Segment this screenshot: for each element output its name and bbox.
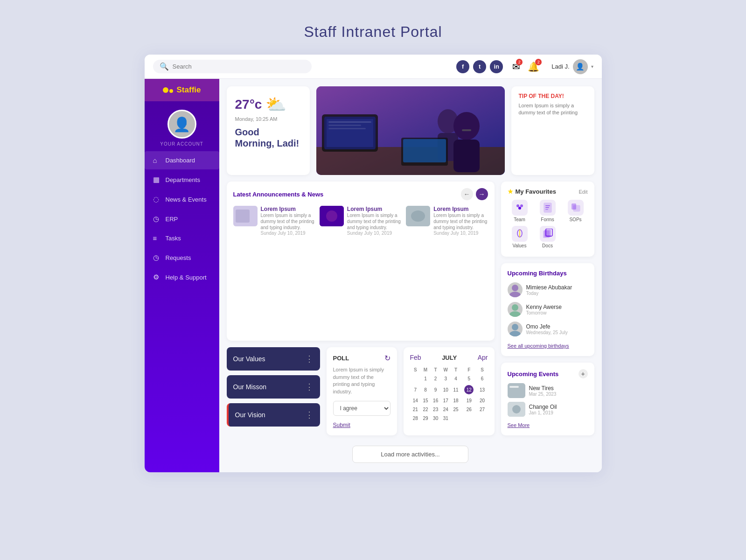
calendar-day[interactable]: 22: [421, 406, 430, 413]
news-title: Lorem Ipsum: [433, 206, 488, 212]
calendar-day[interactable]: 8: [421, 384, 430, 396]
calendar-day[interactable]: 31: [441, 414, 450, 422]
fav-header: ★ My Favourites Edit: [508, 188, 588, 195]
fav-item-values[interactable]: Values: [508, 226, 532, 248]
prev-month[interactable]: Feb: [410, 354, 421, 361]
calendar-day[interactable]: 12: [461, 384, 477, 396]
our-values-item[interactable]: Our Values ⋮: [227, 347, 320, 371]
calendar-day[interactable]: 30: [431, 414, 440, 422]
calendar-day[interactable]: 20: [478, 397, 487, 405]
team-icon: [512, 200, 528, 216]
sidebar-item-news-events[interactable]: ◌ News & Events: [145, 190, 219, 209]
svg-point-18: [326, 210, 337, 222]
sidebar-item-tasks[interactable]: ≡ Tasks: [145, 229, 219, 247]
sidebar-logo: Staffie: [145, 79, 219, 101]
see-all-birthdays[interactable]: See all upcoming birthdays: [508, 343, 569, 349]
poll-submit-button[interactable]: Submit: [333, 422, 350, 428]
next-month[interactable]: Apr: [478, 354, 488, 361]
svg-rect-12: [462, 129, 471, 131]
fav-item-sops[interactable]: SOPs: [564, 200, 588, 222]
calendar-day[interactable]: 7: [411, 384, 420, 396]
next-arrow[interactable]: →: [476, 188, 488, 200]
our-mission-item[interactable]: Our Misson ⋮: [227, 375, 320, 399]
vision-label: Our Vision: [235, 411, 265, 419]
bell-badge: 2: [535, 59, 542, 65]
see-more-events[interactable]: See More: [508, 422, 530, 428]
sidebar-item-help-support[interactable]: ⚙ Help & Support: [145, 268, 219, 287]
fav-item-docs[interactable]: Docs: [536, 226, 560, 248]
fav-item-forms[interactable]: Forms: [536, 200, 560, 222]
search-bar[interactable]: 🔍: [153, 60, 312, 73]
refresh-icon[interactable]: ↻: [384, 354, 390, 363]
calendar-day[interactable]: 9: [431, 384, 440, 396]
calendar-day[interactable]: 24: [441, 406, 450, 413]
news-content: Lorem Ipsum Lorem Ipsum is simply a dumm…: [261, 206, 315, 236]
birthday-item: Omo Jefe Wednesday, 25 July: [508, 322, 588, 336]
calendar-day[interactable]: 28: [411, 414, 420, 422]
facebook-icon[interactable]: f: [456, 60, 469, 73]
mail-action[interactable]: ✉ 2: [512, 61, 520, 72]
calendar-day[interactable]: 6: [478, 375, 487, 383]
calendar-header: Feb JULY Apr: [410, 354, 488, 361]
calendar-day[interactable]: 5: [461, 375, 477, 383]
docs-icon: [540, 226, 556, 242]
calendar-day[interactable]: 19: [461, 397, 477, 405]
news-thumb: [320, 206, 344, 226]
calendar-day[interactable]: 15: [421, 397, 430, 405]
calendar-day[interactable]: 13: [478, 384, 487, 396]
svg-rect-16: [236, 210, 250, 223]
prev-arrow[interactable]: ←: [461, 188, 473, 200]
poll-select[interactable]: I agree: [333, 401, 390, 416]
sidebar-item-erp[interactable]: ◷ ERP: [145, 210, 219, 228]
calendar-day[interactable]: 1: [421, 375, 430, 383]
calendar-day[interactable]: 25: [451, 406, 460, 413]
calendar-day[interactable]: 4: [451, 375, 460, 383]
bell-action[interactable]: 🔔 2: [528, 61, 539, 72]
calendar-day[interactable]: 27: [478, 406, 487, 413]
calendar-day[interactable]: 29: [421, 414, 430, 422]
weather-day: Monday, 10:25 AM: [235, 116, 301, 122]
calendar-day[interactable]: 14: [411, 397, 420, 405]
calendar-day[interactable]: 21: [411, 406, 420, 413]
fav-edit-button[interactable]: Edit: [579, 189, 588, 195]
search-icon: 🔍: [160, 62, 169, 71]
fav-item-label: Values: [513, 243, 527, 248]
calendar-day[interactable]: 11: [451, 384, 460, 396]
birthday-info: Omo Jefe Wednesday, 25 July: [526, 323, 568, 335]
calendar-day[interactable]: 18: [451, 397, 460, 405]
calendar-day[interactable]: 17: [441, 397, 450, 405]
sidebar-item-dashboard[interactable]: ⌂ Dashboard: [145, 151, 219, 169]
erp-icon: ◷: [153, 215, 161, 223]
event-name: New Tires: [529, 385, 557, 392]
calendar-day[interactable]: 10: [441, 384, 450, 396]
calendar-day[interactable]: 23: [431, 406, 440, 413]
calendar-day[interactable]: 16: [431, 397, 440, 405]
event-date: Mar 25, 2023: [529, 392, 557, 397]
calendar-day: [461, 414, 477, 422]
calendar-day[interactable]: 3: [441, 375, 450, 383]
dots-icon: ⋮: [305, 354, 314, 364]
topbar-icons: f t in ✉ 2 🔔 2 Ladi J. 👤 ▾: [456, 59, 593, 74]
add-event-button[interactable]: +: [579, 369, 588, 378]
sidebar-item-label: Tasks: [166, 235, 181, 242]
user-info[interactable]: Ladi J. 👤 ▾: [551, 59, 593, 74]
sidebar-item-requests[interactable]: ◷ Requests: [145, 248, 219, 267]
calendar-day[interactable]: 26: [461, 406, 477, 413]
birthday-avatar: [508, 282, 523, 297]
news-text: Lorem Ipsum is simply a dummy text of th…: [347, 212, 401, 231]
calendar-grid: S M T W T F S: [410, 365, 488, 423]
calendar-day: [411, 375, 420, 383]
birthday-name: Omo Jefe: [526, 323, 568, 330]
linkedin-icon[interactable]: in: [490, 60, 503, 73]
sidebar-item-departments[interactable]: ▦ Departments: [145, 170, 219, 189]
load-more-row: Load more activities...: [227, 446, 594, 463]
fav-item-team[interactable]: Team: [508, 200, 532, 222]
search-input[interactable]: [173, 63, 305, 70]
svg-rect-14: [403, 139, 446, 162]
tasks-icon: ≡: [153, 234, 161, 242]
birthday-item: Kenny Awerse Tomorrow: [508, 302, 588, 317]
our-vision-item[interactable]: Our Vision ⋮: [227, 403, 320, 427]
calendar-day[interactable]: 2: [431, 375, 440, 383]
twitter-icon[interactable]: t: [473, 60, 486, 73]
load-more-button[interactable]: Load more activities...: [352, 446, 468, 463]
